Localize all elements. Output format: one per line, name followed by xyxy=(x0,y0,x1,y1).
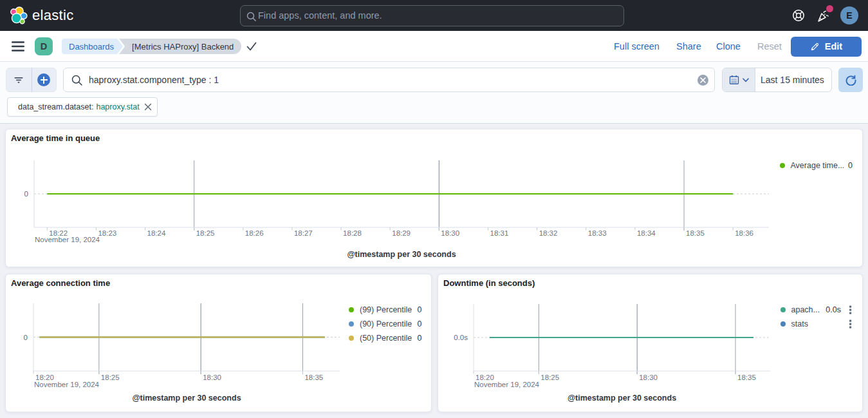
kibana-dashboard-app: elastic Find apps, content, and more. E xyxy=(0,0,868,418)
clone-button[interactable]: Clone xyxy=(716,41,741,52)
date-picker: Last 15 minutes xyxy=(722,68,832,92)
x-tick-label: 18:25 xyxy=(540,374,559,381)
legend-item[interactable]: (99) Percentile0 xyxy=(349,305,422,315)
legend-label[interactable]: Average time... xyxy=(791,161,845,170)
newsfeed-badge xyxy=(826,5,833,12)
x-tick-label: 18:30 xyxy=(203,374,221,381)
x-axis-title: @timestamp per 30 seconds xyxy=(132,394,241,403)
pencil-icon xyxy=(810,42,820,52)
legend-item[interactable]: apach...0.0s xyxy=(780,305,842,315)
global-header: elastic Find apps, content, and more. E xyxy=(0,0,868,31)
x-tick-label: 18:24 xyxy=(147,229,166,237)
dashboard-top-nav: D Dashboards [Metrics HAProxy] Backend F… xyxy=(0,31,868,62)
elastic-logo-icon[interactable] xyxy=(10,6,28,24)
legend-label[interactable]: apach... xyxy=(791,305,820,314)
x-tick-label: 18:36 xyxy=(735,229,753,237)
plus-in-circle-icon xyxy=(37,73,50,86)
chart-average-time-in-queue: 18:2218:2318:2418:2518:2618:2718:2818:29… xyxy=(6,129,863,268)
y-tick-label: 0 xyxy=(24,334,28,341)
query-text: haproxy.stat.component_type : 1 xyxy=(89,68,219,91)
x-tick-label: 18:25 xyxy=(101,374,120,381)
x-axis-title: @timestamp per 30 seconds xyxy=(568,394,676,403)
x-axis-date-label: November 19, 2024 xyxy=(35,236,100,243)
refresh-icon xyxy=(845,75,856,86)
legend-color-dot xyxy=(349,336,354,341)
legend-label[interactable]: (90) Percentile xyxy=(360,319,412,328)
user-avatar[interactable]: E xyxy=(840,6,858,24)
legend-item[interactable]: Average time...0 xyxy=(780,160,853,171)
legend-value: 0 xyxy=(418,305,422,315)
query-input[interactable]: haproxy.stat.component_type : 1 xyxy=(63,68,715,92)
help-icon[interactable] xyxy=(791,8,806,23)
filter-pill-value: haproxy.stat xyxy=(96,102,139,111)
x-axis-date-label: November 19, 2024 xyxy=(34,381,100,388)
x-tick-label: 18:35 xyxy=(737,374,756,381)
x-tick-label: 18:35 xyxy=(304,374,323,381)
top-nav-actions: Full screen Share Clone Reset Edit xyxy=(0,31,868,62)
global-search-input[interactable]: Find apps, content, and more. xyxy=(240,5,624,26)
legend-color-dot xyxy=(780,307,786,312)
x-tick-label: 18:34 xyxy=(637,229,656,237)
edit-button[interactable]: Edit xyxy=(791,37,862,57)
x-tick-label: 18:33 xyxy=(588,229,607,237)
share-button[interactable]: Share xyxy=(676,41,701,52)
filter-pill-datastream[interactable]: data_stream.dataset: haproxy.stat xyxy=(7,97,158,117)
x-tick-label: 18:23 xyxy=(98,229,116,237)
legend-color-dot xyxy=(349,307,354,312)
global-search-placeholder: Find apps, content, and more. xyxy=(258,6,382,26)
x-tick-label: 18:30 xyxy=(639,374,658,381)
chart-average-connection-time: 18:2018:2518:3018:35November 19, 20240@t… xyxy=(6,274,432,413)
y-tick-label: 0.0s xyxy=(454,334,468,341)
panel-average-connection-time: Average connection time 18:2018:2518:301… xyxy=(5,274,432,412)
chart-downtime-in-seconds: 18:2018:2518:3018:35November 19, 20240.0… xyxy=(438,274,863,413)
refresh-button[interactable] xyxy=(838,68,863,92)
legend-item[interactable]: (50) Percentile0 xyxy=(349,333,422,343)
elastic-wordmark[interactable]: elastic xyxy=(32,0,73,31)
x-tick-label: 18:28 xyxy=(343,229,362,237)
time-range-value[interactable]: Last 15 minutes xyxy=(761,68,824,91)
x-tick-label: 18:27 xyxy=(294,229,313,237)
legend-item[interactable]: (90) Percentile0 xyxy=(349,319,422,329)
remove-filter-x-icon[interactable] xyxy=(144,103,152,111)
legend-label[interactable]: (99) Percentile xyxy=(360,305,412,314)
clear-x-icon xyxy=(700,77,706,83)
panel-average-time-in-queue: Average time in queue 18:2218:2318:2418:… xyxy=(5,129,863,267)
legend-color-dot xyxy=(780,321,786,327)
legend-actions-icon[interactable] xyxy=(848,319,853,328)
legend-value: 0 xyxy=(418,333,422,343)
legend-value: 0 xyxy=(418,319,422,329)
x-tick-label: 18:30 xyxy=(441,229,459,237)
x-axis-title: @timestamp per 30 seconds xyxy=(347,250,456,259)
legend-value: 0.0s xyxy=(826,305,841,315)
legend-item[interactable]: stats xyxy=(780,319,842,329)
full-screen-button[interactable]: Full screen xyxy=(614,41,660,52)
add-filter-button[interactable] xyxy=(32,68,57,91)
x-tick-label: 18:32 xyxy=(539,229,558,237)
clear-query-button[interactable] xyxy=(697,75,708,86)
query-search-icon xyxy=(71,75,83,86)
reset-button[interactable]: Reset xyxy=(757,41,782,52)
legend-actions-icon[interactable] xyxy=(848,305,853,314)
legend-label[interactable]: (50) Percentile xyxy=(360,334,412,343)
date-picker-menu-button[interactable] xyxy=(723,68,755,91)
filter-button-group xyxy=(6,68,57,92)
x-tick-label: 18:26 xyxy=(245,229,264,237)
legend-label[interactable]: stats xyxy=(791,319,808,328)
legend-value: 0 xyxy=(848,160,853,171)
y-tick-label: 0 xyxy=(24,190,28,198)
chevron-down-icon xyxy=(743,78,749,82)
search-icon xyxy=(246,12,257,22)
legend-color-dot xyxy=(780,163,785,168)
filter-icon xyxy=(14,75,24,85)
calendar-icon xyxy=(729,75,739,85)
legend-color-dot xyxy=(349,321,354,327)
x-axis-date-label: November 19, 2024 xyxy=(474,381,540,388)
x-tick-label: 18:25 xyxy=(196,229,215,237)
edit-button-label: Edit xyxy=(825,41,842,52)
x-tick-label: 18:35 xyxy=(686,229,705,237)
filter-menu-button[interactable] xyxy=(6,68,32,91)
filter-pill-field: data_stream.dataset: xyxy=(18,102,93,111)
x-tick-label: 18:31 xyxy=(490,229,509,237)
unified-search-bar: haproxy.stat.component_type : 1 xyxy=(0,62,868,124)
x-tick-label: 18:29 xyxy=(392,229,411,237)
